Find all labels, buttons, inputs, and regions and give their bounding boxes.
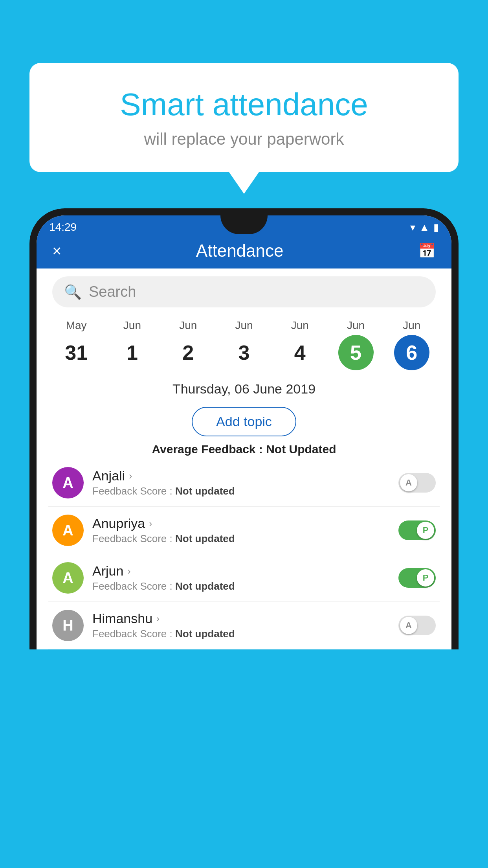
- date-info: Thursday, 06 June 2019: [37, 374, 451, 401]
- wifi-icon: ▾: [410, 221, 415, 234]
- date-month: May: [66, 319, 87, 332]
- toggle-knob: P: [417, 569, 434, 587]
- student-item: AArjun ›Feedback Score : Not updatedP: [48, 554, 440, 602]
- date-item[interactable]: Jun6: [394, 319, 429, 370]
- date-item[interactable]: May31: [59, 319, 94, 370]
- student-name[interactable]: Anjali ›: [92, 468, 390, 484]
- student-item: AAnupriya ›Feedback Score : Not updatedP: [48, 507, 440, 554]
- selected-date-text: Thursday, 06 June 2019: [172, 381, 316, 396]
- attendance-toggle[interactable]: P: [398, 568, 436, 588]
- date-item[interactable]: Jun4: [282, 319, 317, 370]
- date-day[interactable]: 4: [282, 335, 317, 370]
- attendance-toggle[interactable]: A: [398, 473, 436, 493]
- student-name[interactable]: Arjun ›: [92, 563, 390, 579]
- student-info: Anjali ›Feedback Score : Not updated: [92, 468, 390, 497]
- add-topic-button[interactable]: Add topic: [192, 407, 296, 436]
- toggle-knob: A: [400, 617, 417, 634]
- student-item: AAnjali ›Feedback Score : Not updatedA: [48, 459, 440, 507]
- feedback-score: Feedback Score : Not updated: [92, 628, 390, 640]
- date-selector: May31Jun1Jun2Jun3Jun4Jun5Jun6: [37, 315, 451, 374]
- toggle-container[interactable]: P: [398, 568, 436, 588]
- chevron-icon: ›: [127, 566, 130, 577]
- avg-feedback-value: Not Updated: [266, 443, 336, 456]
- bubble-title: Smart attendance: [61, 86, 427, 123]
- student-avatar: A: [52, 515, 84, 546]
- search-bar[interactable]: 🔍 Search: [52, 276, 436, 307]
- student-list: AAnjali ›Feedback Score : Not updatedAAA…: [37, 459, 451, 649]
- date-day[interactable]: 31: [59, 335, 94, 370]
- student-item: HHimanshu ›Feedback Score : Not updatedA: [48, 602, 440, 649]
- calendar-icon[interactable]: 📅: [418, 243, 436, 259]
- date-day[interactable]: 1: [114, 335, 150, 370]
- attendance-toggle[interactable]: P: [398, 520, 436, 540]
- search-icon: 🔍: [64, 284, 82, 300]
- student-info: Himanshu ›Feedback Score : Not updated: [92, 611, 390, 640]
- status-time: 14:29: [49, 221, 77, 234]
- status-icons: ▾ ▲ ▮: [410, 221, 439, 234]
- chevron-icon: ›: [156, 613, 160, 624]
- student-info: Anupriya ›Feedback Score : Not updated: [92, 516, 390, 545]
- bubble-subtitle: will replace your paperwork: [61, 130, 427, 149]
- date-day[interactable]: 2: [171, 335, 206, 370]
- date-month: Jun: [235, 319, 253, 332]
- date-month: Jun: [291, 319, 309, 332]
- toggle-container[interactable]: A: [398, 473, 436, 493]
- student-name[interactable]: Himanshu ›: [92, 611, 390, 626]
- date-day[interactable]: 5: [338, 335, 374, 370]
- date-month: Jun: [179, 319, 197, 332]
- feedback-score: Feedback Score : Not updated: [92, 533, 390, 545]
- date-item[interactable]: Jun1: [114, 319, 150, 370]
- student-avatar: A: [52, 467, 84, 498]
- feedback-score: Feedback Score : Not updated: [92, 485, 390, 497]
- chevron-icon: ›: [129, 471, 132, 482]
- date-day[interactable]: 3: [226, 335, 262, 370]
- student-info: Arjun ›Feedback Score : Not updated: [92, 563, 390, 592]
- date-month: Jun: [123, 319, 141, 332]
- toggle-knob: A: [400, 474, 417, 491]
- signal-icon: ▲: [419, 221, 429, 234]
- battery-icon: ▮: [433, 221, 439, 234]
- student-avatar: H: [52, 610, 84, 641]
- chevron-icon: ›: [149, 518, 152, 529]
- close-button[interactable]: ×: [52, 242, 61, 260]
- toggle-knob: P: [417, 522, 434, 539]
- avg-feedback: Average Feedback : Not Updated: [37, 443, 451, 456]
- date-day[interactable]: 6: [394, 335, 429, 370]
- date-item[interactable]: Jun3: [226, 319, 262, 370]
- date-month: Jun: [403, 319, 420, 332]
- student-avatar: A: [52, 562, 84, 594]
- search-placeholder: Search: [89, 283, 136, 300]
- header-title: Attendance: [196, 241, 284, 261]
- date-month: Jun: [347, 319, 365, 332]
- date-item[interactable]: Jun2: [171, 319, 206, 370]
- speech-bubble: Smart attendance will replace your paper…: [29, 63, 459, 172]
- toggle-container[interactable]: P: [398, 520, 436, 540]
- feedback-score: Feedback Score : Not updated: [92, 580, 390, 592]
- phone-screen: × Attendance 📅 🔍 Search May31Jun1Jun2Jun…: [37, 215, 451, 649]
- date-item[interactable]: Jun5: [338, 319, 374, 370]
- avg-feedback-label: Average Feedback :: [152, 443, 266, 456]
- student-name[interactable]: Anupriya ›: [92, 516, 390, 531]
- attendance-toggle[interactable]: A: [398, 616, 436, 635]
- phone-wrapper: 14:29 ▾ ▲ ▮ × Attendance 📅 🔍 Search: [29, 208, 459, 868]
- phone-outer: 14:29 ▾ ▲ ▮ × Attendance 📅 🔍 Search: [29, 208, 459, 649]
- toggle-container[interactable]: A: [398, 616, 436, 635]
